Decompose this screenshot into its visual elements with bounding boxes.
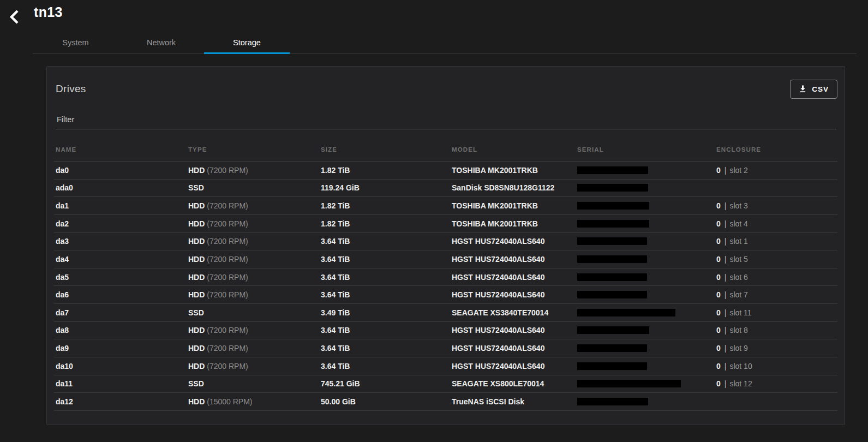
filter-field — [56, 115, 836, 129]
table-row-ada0: ada0SSD119.24 GiBSanDisk SD8SN8U128G1122 — [54, 180, 837, 198]
redacted-serial-bar — [577, 184, 648, 192]
cell-type: HDD (7200 RPM) — [187, 201, 319, 210]
cell-enclosure: 0|slot 2 — [715, 166, 837, 175]
table-row-da6: da6HDD (7200 RPM)3.64 TiBHGST HUS724040A… — [54, 286, 837, 304]
enclosure-slot: slot 12 — [729, 379, 752, 388]
type-detail: (7200 RPM) — [205, 290, 248, 299]
page-title: tn13 — [34, 4, 63, 20]
enclosure-separator: | — [725, 308, 727, 317]
enclosure-separator: | — [725, 290, 727, 299]
panel-header: Drives CSV — [54, 67, 837, 99]
enclosure-number: 0 — [716, 255, 721, 264]
cell-name: da6 — [54, 290, 187, 299]
enclosure-number: 0 — [716, 362, 721, 371]
cell-type: HDD (7200 RPM) — [187, 290, 319, 299]
cell-name: da5 — [54, 273, 187, 282]
enclosure-slot: slot 1 — [729, 237, 747, 246]
cell-serial — [576, 362, 715, 370]
type-value: HDD — [188, 201, 205, 210]
cell-model: HGST HUS724040ALS640 — [450, 326, 576, 335]
enclosure-number: 0 — [716, 379, 721, 388]
cell-name: da2 — [54, 219, 187, 228]
cell-name: da8 — [54, 326, 187, 335]
cell-size: 3.64 TiB — [319, 362, 450, 371]
cell-size: 50.00 GiB — [319, 397, 450, 406]
redacted-serial-bar — [577, 273, 647, 281]
cell-serial — [576, 166, 715, 174]
type-value: HDD — [188, 273, 205, 282]
enclosure-separator: | — [725, 362, 727, 371]
cell-name: da4 — [54, 255, 187, 264]
cell-size: 745.21 GiB — [319, 379, 450, 388]
cell-model: HGST HUS724040ALS640 — [450, 237, 576, 246]
type-value: HDD — [188, 237, 205, 246]
type-detail: (7200 RPM) — [205, 362, 248, 371]
enclosure-number: 0 — [716, 273, 721, 282]
table-row-da1: da1HDD (7200 RPM)1.82 TiBTOSHIBA MK2001T… — [54, 197, 837, 215]
cell-type: SSD — [187, 308, 319, 317]
table-header: NAMETYPESIZEMODELSERIALENCLOSURE — [54, 129, 837, 162]
cell-size: 1.82 TiB — [319, 201, 450, 210]
table-row-da0: da0HDD (7200 RPM)1.82 TiBTOSHIBA MK2001T… — [54, 162, 837, 180]
type-detail: (7200 RPM) — [205, 201, 248, 210]
type-value: SSD — [188, 183, 204, 192]
cell-model: TOSHIBA MK2001TRKB — [450, 201, 576, 210]
enclosure-separator: | — [725, 255, 727, 264]
filter-input[interactable] — [56, 115, 836, 124]
cell-type: HDD (7200 RPM) — [187, 326, 319, 335]
column-header-name: NAME — [54, 146, 187, 153]
cell-model: TOSHIBA MK2001TRKB — [450, 219, 576, 228]
download-icon — [799, 85, 807, 93]
tab-bar: SystemNetworkStorage — [33, 32, 857, 54]
cell-type: SSD — [187, 183, 319, 192]
column-header-serial: SERIAL — [576, 146, 715, 153]
enclosure-separator: | — [725, 344, 727, 353]
redacted-serial-bar — [577, 220, 649, 228]
cell-serial — [576, 255, 715, 263]
csv-export-button[interactable]: CSV — [790, 80, 837, 99]
cell-model: SanDisk SD8SN8U128G1122 — [450, 183, 576, 192]
cell-enclosure: 0|slot 8 — [715, 326, 837, 335]
redacted-serial-bar — [577, 237, 647, 245]
cell-name: da0 — [54, 166, 187, 175]
cell-model: HGST HUS724040ALS640 — [450, 255, 576, 264]
enclosure-separator: | — [725, 379, 727, 388]
panel-title: Drives — [56, 83, 86, 95]
enclosure-slot: slot 3 — [729, 201, 747, 210]
type-value: HDD — [188, 219, 205, 228]
redacted-serial-bar — [577, 362, 647, 370]
enclosure-number: 0 — [716, 308, 721, 317]
column-header-model: MODEL — [450, 146, 576, 153]
enclosure-slot: slot 6 — [729, 273, 747, 282]
cell-type: HDD (7200 RPM) — [187, 219, 319, 228]
table-row-da9: da9HDD (7200 RPM)3.64 TiBHGST HUS724040A… — [54, 339, 837, 357]
enclosure-slot: slot 5 — [729, 255, 747, 264]
cell-size: 3.64 TiB — [319, 237, 450, 246]
cell-size: 119.24 GiB — [319, 183, 450, 192]
cell-enclosure: 0|slot 1 — [715, 237, 837, 246]
tab-network[interactable]: Network — [118, 32, 204, 53]
redacted-serial-bar — [577, 309, 675, 316]
enclosure-slot: slot 7 — [729, 290, 747, 299]
enclosure-separator: | — [725, 273, 727, 282]
cell-type: HDD (15000 RPM) — [187, 397, 319, 406]
cell-serial — [576, 326, 715, 334]
redacted-serial-bar — [577, 291, 647, 298]
table-row-da11: da11SSD745.21 GiBSEAGATE XS800LE700140|s… — [54, 375, 837, 393]
tab-system[interactable]: System — [33, 32, 118, 53]
chevron-left-icon — [8, 8, 21, 27]
cell-name: da3 — [54, 237, 187, 246]
cell-type: HDD (7200 RPM) — [187, 166, 319, 175]
cell-model: HGST HUS724040ALS640 — [450, 273, 576, 282]
tab-storage[interactable]: Storage — [204, 32, 290, 53]
enclosure-slot: slot 10 — [729, 362, 752, 371]
cell-type: HDD (7200 RPM) — [187, 344, 319, 353]
type-detail: (7200 RPM) — [205, 166, 248, 175]
cell-size: 3.64 TiB — [319, 273, 450, 282]
cell-size: 3.64 TiB — [319, 344, 450, 353]
csv-button-label: CSV — [812, 85, 829, 93]
cell-name: ada0 — [54, 183, 187, 192]
back-button[interactable] — [3, 7, 25, 28]
type-detail: (7200 RPM) — [205, 219, 248, 228]
table-row-da8: da8HDD (7200 RPM)3.64 TiBHGST HUS724040A… — [54, 322, 837, 340]
